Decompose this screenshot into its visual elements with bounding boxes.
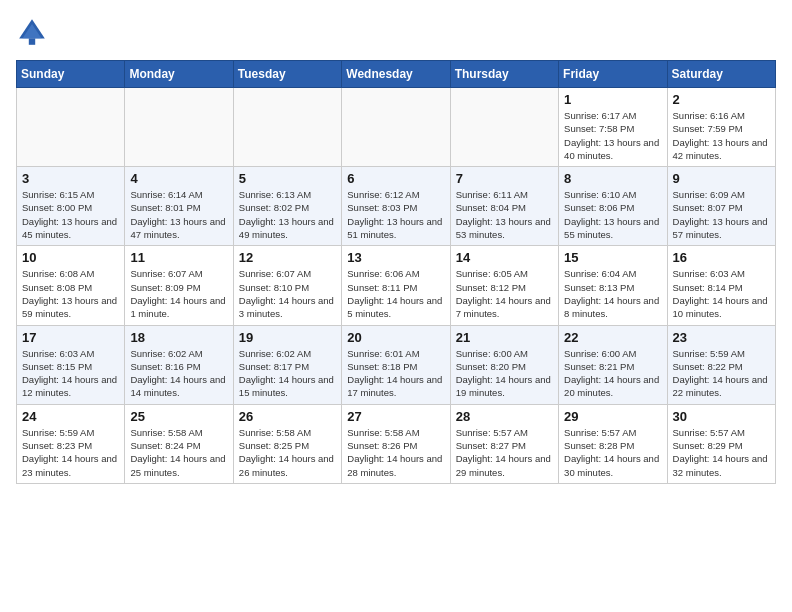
day-info: Sunrise: 6:07 AMSunset: 8:10 PMDaylight:…: [239, 267, 336, 320]
calendar-cell: 18Sunrise: 6:02 AMSunset: 8:16 PMDayligh…: [125, 325, 233, 404]
day-number: 2: [673, 92, 770, 107]
calendar-cell: 5Sunrise: 6:13 AMSunset: 8:02 PMDaylight…: [233, 167, 341, 246]
weekday-header-monday: Monday: [125, 61, 233, 88]
day-info: Sunrise: 6:02 AMSunset: 8:16 PMDaylight:…: [130, 347, 227, 400]
calendar-week-4: 17Sunrise: 6:03 AMSunset: 8:15 PMDayligh…: [17, 325, 776, 404]
calendar-cell: 16Sunrise: 6:03 AMSunset: 8:14 PMDayligh…: [667, 246, 775, 325]
day-info: Sunrise: 6:10 AMSunset: 8:06 PMDaylight:…: [564, 188, 661, 241]
day-info: Sunrise: 6:09 AMSunset: 8:07 PMDaylight:…: [673, 188, 770, 241]
day-info: Sunrise: 5:57 AMSunset: 8:27 PMDaylight:…: [456, 426, 553, 479]
svg-rect-2: [29, 38, 35, 44]
day-number: 7: [456, 171, 553, 186]
logo-icon: [16, 16, 48, 48]
day-number: 10: [22, 250, 119, 265]
calendar-cell: 7Sunrise: 6:11 AMSunset: 8:04 PMDaylight…: [450, 167, 558, 246]
calendar-cell: [233, 88, 341, 167]
calendar-cell: 24Sunrise: 5:59 AMSunset: 8:23 PMDayligh…: [17, 404, 125, 483]
day-info: Sunrise: 5:58 AMSunset: 8:24 PMDaylight:…: [130, 426, 227, 479]
day-number: 24: [22, 409, 119, 424]
day-number: 17: [22, 330, 119, 345]
day-number: 14: [456, 250, 553, 265]
day-number: 6: [347, 171, 444, 186]
day-info: Sunrise: 6:08 AMSunset: 8:08 PMDaylight:…: [22, 267, 119, 320]
day-number: 22: [564, 330, 661, 345]
day-info: Sunrise: 6:07 AMSunset: 8:09 PMDaylight:…: [130, 267, 227, 320]
day-number: 5: [239, 171, 336, 186]
calendar-cell: 9Sunrise: 6:09 AMSunset: 8:07 PMDaylight…: [667, 167, 775, 246]
logo: [16, 16, 52, 48]
calendar-cell: [342, 88, 450, 167]
day-number: 1: [564, 92, 661, 107]
calendar-cell: [450, 88, 558, 167]
calendar-cell: 6Sunrise: 6:12 AMSunset: 8:03 PMDaylight…: [342, 167, 450, 246]
calendar-cell: 13Sunrise: 6:06 AMSunset: 8:11 PMDayligh…: [342, 246, 450, 325]
calendar-week-1: 1Sunrise: 6:17 AMSunset: 7:58 PMDaylight…: [17, 88, 776, 167]
day-info: Sunrise: 6:11 AMSunset: 8:04 PMDaylight:…: [456, 188, 553, 241]
calendar-cell: 15Sunrise: 6:04 AMSunset: 8:13 PMDayligh…: [559, 246, 667, 325]
weekday-header-wednesday: Wednesday: [342, 61, 450, 88]
day-info: Sunrise: 6:00 AMSunset: 8:20 PMDaylight:…: [456, 347, 553, 400]
day-number: 19: [239, 330, 336, 345]
calendar: SundayMondayTuesdayWednesdayThursdayFrid…: [16, 60, 776, 484]
calendar-cell: 20Sunrise: 6:01 AMSunset: 8:18 PMDayligh…: [342, 325, 450, 404]
weekday-header-friday: Friday: [559, 61, 667, 88]
day-info: Sunrise: 6:16 AMSunset: 7:59 PMDaylight:…: [673, 109, 770, 162]
weekday-header-saturday: Saturday: [667, 61, 775, 88]
calendar-cell: 23Sunrise: 5:59 AMSunset: 8:22 PMDayligh…: [667, 325, 775, 404]
page-header: [16, 16, 776, 48]
day-info: Sunrise: 6:03 AMSunset: 8:15 PMDaylight:…: [22, 347, 119, 400]
calendar-cell: 2Sunrise: 6:16 AMSunset: 7:59 PMDaylight…: [667, 88, 775, 167]
day-number: 25: [130, 409, 227, 424]
day-number: 29: [564, 409, 661, 424]
calendar-cell: 3Sunrise: 6:15 AMSunset: 8:00 PMDaylight…: [17, 167, 125, 246]
day-info: Sunrise: 6:05 AMSunset: 8:12 PMDaylight:…: [456, 267, 553, 320]
day-info: Sunrise: 5:57 AMSunset: 8:29 PMDaylight:…: [673, 426, 770, 479]
calendar-cell: 11Sunrise: 6:07 AMSunset: 8:09 PMDayligh…: [125, 246, 233, 325]
calendar-week-3: 10Sunrise: 6:08 AMSunset: 8:08 PMDayligh…: [17, 246, 776, 325]
calendar-week-2: 3Sunrise: 6:15 AMSunset: 8:00 PMDaylight…: [17, 167, 776, 246]
calendar-cell: 26Sunrise: 5:58 AMSunset: 8:25 PMDayligh…: [233, 404, 341, 483]
day-number: 26: [239, 409, 336, 424]
calendar-cell: 22Sunrise: 6:00 AMSunset: 8:21 PMDayligh…: [559, 325, 667, 404]
day-number: 27: [347, 409, 444, 424]
calendar-cell: [17, 88, 125, 167]
calendar-cell: 12Sunrise: 6:07 AMSunset: 8:10 PMDayligh…: [233, 246, 341, 325]
day-number: 18: [130, 330, 227, 345]
calendar-cell: 10Sunrise: 6:08 AMSunset: 8:08 PMDayligh…: [17, 246, 125, 325]
day-info: Sunrise: 6:12 AMSunset: 8:03 PMDaylight:…: [347, 188, 444, 241]
day-number: 20: [347, 330, 444, 345]
day-info: Sunrise: 6:00 AMSunset: 8:21 PMDaylight:…: [564, 347, 661, 400]
calendar-week-5: 24Sunrise: 5:59 AMSunset: 8:23 PMDayligh…: [17, 404, 776, 483]
calendar-cell: [125, 88, 233, 167]
calendar-cell: 29Sunrise: 5:57 AMSunset: 8:28 PMDayligh…: [559, 404, 667, 483]
day-info: Sunrise: 6:15 AMSunset: 8:00 PMDaylight:…: [22, 188, 119, 241]
calendar-cell: 17Sunrise: 6:03 AMSunset: 8:15 PMDayligh…: [17, 325, 125, 404]
weekday-header-sunday: Sunday: [17, 61, 125, 88]
day-number: 21: [456, 330, 553, 345]
day-info: Sunrise: 5:58 AMSunset: 8:26 PMDaylight:…: [347, 426, 444, 479]
calendar-cell: 1Sunrise: 6:17 AMSunset: 7:58 PMDaylight…: [559, 88, 667, 167]
day-info: Sunrise: 6:03 AMSunset: 8:14 PMDaylight:…: [673, 267, 770, 320]
weekday-header-tuesday: Tuesday: [233, 61, 341, 88]
weekday-header-thursday: Thursday: [450, 61, 558, 88]
day-number: 4: [130, 171, 227, 186]
day-info: Sunrise: 5:59 AMSunset: 8:23 PMDaylight:…: [22, 426, 119, 479]
day-info: Sunrise: 6:13 AMSunset: 8:02 PMDaylight:…: [239, 188, 336, 241]
calendar-cell: 4Sunrise: 6:14 AMSunset: 8:01 PMDaylight…: [125, 167, 233, 246]
calendar-cell: 27Sunrise: 5:58 AMSunset: 8:26 PMDayligh…: [342, 404, 450, 483]
day-info: Sunrise: 5:57 AMSunset: 8:28 PMDaylight:…: [564, 426, 661, 479]
day-number: 13: [347, 250, 444, 265]
day-info: Sunrise: 6:02 AMSunset: 8:17 PMDaylight:…: [239, 347, 336, 400]
day-number: 15: [564, 250, 661, 265]
calendar-cell: 30Sunrise: 5:57 AMSunset: 8:29 PMDayligh…: [667, 404, 775, 483]
calendar-cell: 25Sunrise: 5:58 AMSunset: 8:24 PMDayligh…: [125, 404, 233, 483]
calendar-cell: 8Sunrise: 6:10 AMSunset: 8:06 PMDaylight…: [559, 167, 667, 246]
calendar-cell: 14Sunrise: 6:05 AMSunset: 8:12 PMDayligh…: [450, 246, 558, 325]
day-number: 30: [673, 409, 770, 424]
day-info: Sunrise: 6:04 AMSunset: 8:13 PMDaylight:…: [564, 267, 661, 320]
day-info: Sunrise: 6:06 AMSunset: 8:11 PMDaylight:…: [347, 267, 444, 320]
calendar-cell: 19Sunrise: 6:02 AMSunset: 8:17 PMDayligh…: [233, 325, 341, 404]
day-number: 16: [673, 250, 770, 265]
day-info: Sunrise: 6:14 AMSunset: 8:01 PMDaylight:…: [130, 188, 227, 241]
day-number: 9: [673, 171, 770, 186]
